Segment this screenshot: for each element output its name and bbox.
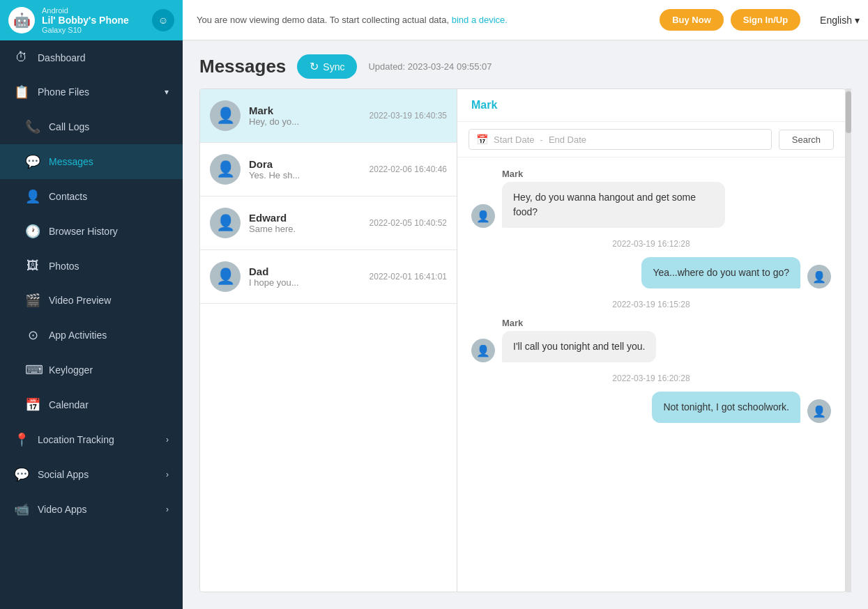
logo-section: 🤖 Android Lil' Bobby's Phone Galaxy S10 … [0,0,183,40]
device-info: Android Lil' Bobby's Phone Galaxy S10 [42,6,129,34]
conv-time: 2022-02-01 16:41:01 [370,272,447,282]
messages-icon: 💬 [25,154,40,169]
date-range-picker[interactable]: 📅 Start Date - End Date [469,129,772,150]
message-timestamp: 2022-03-19 16:15:28 [471,300,831,309]
sidebar-item-video-preview[interactable]: 🎬 Video Preview [0,283,183,318]
sidebar-item-location-tracking[interactable]: 📍 Location Tracking › [0,422,183,457]
sidebar-item-label: App Activities [49,330,107,341]
search-button[interactable]: Search [779,130,834,150]
sign-in-button[interactable]: Sign In/Up [731,9,800,31]
message-sender-name: Mark [502,318,656,328]
social-apps-icon: 💬 [14,467,29,482]
phone-files-icon: 📋 [14,84,29,100]
chat-search-bar: 📅 Start Date - End Date Search [457,122,845,157]
sidebar-item-label: Call Logs [49,121,89,132]
sidebar-item-video-apps[interactable]: 📹 Video Apps › [0,492,183,527]
keylogger-icon: ⌨ [25,362,40,378]
sidebar-item-social-apps[interactable]: 💬 Social Apps › [0,457,183,492]
sidebar-item-label: Photos [49,261,79,272]
end-date-placeholder: End Date [549,134,586,145]
topbar: 🤖 Android Lil' Bobby's Phone Galaxy S10 … [0,0,868,40]
scrollbar-thumb [846,91,851,133]
chat-header: Mark [457,89,845,122]
sidebar-item-label: Browser History [49,226,118,237]
scrollbar[interactable] [846,88,851,592]
avatar: 👤 [210,208,241,238]
sidebar-item-keylogger[interactable]: ⌨ Keylogger [0,353,183,387]
conversation-item-mark[interactable]: 👤 Mark Hey, do yo... 2022-03-19 16:40:35 [200,89,457,143]
location-icon: 📍 [14,432,29,447]
sidebar-item-phone-files[interactable]: 📋 Phone Files ▾ [0,75,183,109]
android-label: Android [42,6,129,15]
sidebar-item-label: Messages [49,156,93,167]
content-area: Messages ↻ Sync Updated: 2023-03-24 09:5… [183,40,868,609]
avatar: 👤 [807,399,831,423]
message-bubble: Not tonight, I got schoolwork. [652,392,800,423]
avatar: ☺ [152,9,174,31]
avatar: 👤 [210,261,241,292]
conv-name: Mark [249,105,356,116]
buy-now-button[interactable]: Buy Now [660,9,724,31]
sidebar-item-label: Dashboard [38,52,86,63]
sidebar-item-label: Phone Files [38,86,89,98]
conversation-item-dora[interactable]: 👤 Dora Yes. He sh... 2022-02-06 16:40:46 [200,143,457,196]
conv-name: Dora [249,158,356,170]
language-selector[interactable]: English ▾ [812,15,868,26]
chevron-down-icon: ▾ [855,15,860,26]
call-logs-icon: 📞 [25,119,40,134]
conv-preview: Yes. He sh... [249,170,356,180]
message-timestamp: 2022-03-19 16:12:28 [471,239,831,249]
conv-name: Dad [249,265,356,277]
browser-history-icon: 🕐 [25,224,40,239]
notice-text: You are now viewing demo data. To start … [197,15,449,25]
conv-preview: Hey, do yo... [249,116,356,127]
sidebar-item-dashboard[interactable]: ⏱ Dashboard [0,40,183,75]
topbar-buttons: Buy Now Sign In/Up [648,9,812,31]
main-layout: ⏱ Dashboard 📋 Phone Files ▾ 📞 Call Logs … [0,40,868,609]
sidebar-item-browser-history[interactable]: 🕐 Browser History [0,214,183,249]
conv-info: Mark Hey, do yo... [249,105,356,127]
page-title: Messages [199,56,286,77]
chevron-down-icon: ▾ [165,87,169,97]
conv-info: Dad I hope you... [249,265,356,288]
sync-icon: ↻ [310,60,319,73]
sidebar-item-label: Location Tracking [38,434,114,445]
sidebar-item-calendar[interactable]: 📅 Calendar [0,387,183,422]
message-row: 👤 Mark I'll call you tonight and tell yo… [471,318,831,362]
sidebar-item-label: Social Apps [38,469,89,480]
sidebar-item-label: Contacts [49,191,87,202]
conv-preview: I hope you... [249,277,356,288]
sidebar-item-call-logs[interactable]: 📞 Call Logs [0,109,183,144]
conv-info: Dora Yes. He sh... [249,158,356,180]
sidebar-item-photos[interactable]: 🖼 Photos [0,249,183,283]
sidebar-item-label: Calendar [49,399,89,410]
sidebar-item-label: Video Apps [38,504,87,515]
message-bubble: I'll call you tonight and tell you. [502,331,656,362]
conv-time: 2022-03-19 16:40:35 [370,111,447,121]
message-sender-name: Mark [502,169,725,179]
calendar-icon: 📅 [476,134,488,145]
date-separator: - [540,134,543,145]
language-label: English [820,15,852,26]
start-date-placeholder: Start Date [494,134,535,145]
device-name: Lil' Bobby's Phone [42,15,129,26]
sidebar-item-label: Video Preview [49,295,111,306]
conversation-item-dad[interactable]: 👤 Dad I hope you... 2022-02-01 16:41:01 [200,250,457,304]
calendar-icon: 📅 [25,397,40,413]
sidebar: ⏱ Dashboard 📋 Phone Files ▾ 📞 Call Logs … [0,40,183,609]
sidebar-item-messages[interactable]: 💬 Messages [0,144,183,179]
avatar: 👤 [807,265,831,288]
conv-preview: Same here. [249,224,356,234]
avatar: 👤 [210,100,241,131]
chat-area: Mark 📅 Start Date - End Date Search 👤 [457,88,846,592]
chevron-right-icon: › [166,470,169,479]
app-activities-icon: ⊙ [25,327,40,343]
conversation-item-edward[interactable]: 👤 Edward Same here. 2022-02-05 10:40:52 [200,196,457,250]
bind-device-link[interactable]: bind a device. [452,15,508,25]
sidebar-item-contacts[interactable]: 👤 Contacts [0,179,183,214]
sync-button[interactable]: ↻ Sync [297,54,357,79]
sidebar-item-app-activities[interactable]: ⊙ App Activities [0,318,183,353]
conversation-list: 👤 Mark Hey, do yo... 2022-03-19 16:40:35… [199,88,457,592]
photos-icon: 🖼 [25,259,40,273]
chat-messages: 👤 Mark Hey, do you wanna hangout and get… [457,157,845,592]
